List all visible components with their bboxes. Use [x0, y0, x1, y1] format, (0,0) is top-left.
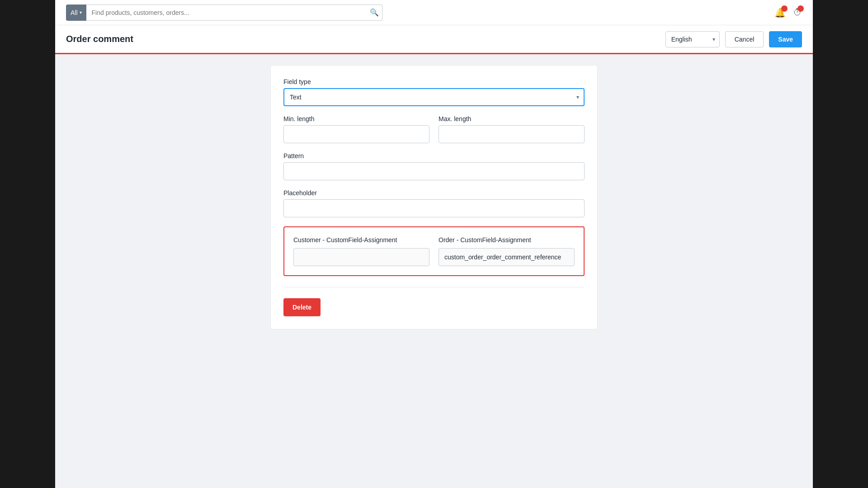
- save-button[interactable]: Save: [769, 31, 802, 47]
- field-type-group: Field type Text Number Boolean Date ▾: [283, 78, 585, 106]
- max-length-label: Max. length: [439, 115, 585, 122]
- max-length-input[interactable]: [439, 125, 585, 143]
- max-length-group: Max. length: [439, 115, 585, 143]
- delete-button[interactable]: Delete: [283, 298, 321, 316]
- search-filter-button[interactable]: All ▾: [66, 5, 86, 21]
- min-length-label: Min. length: [283, 115, 429, 122]
- customer-assignment-input[interactable]: [293, 248, 429, 266]
- language-select[interactable]: English: [665, 31, 720, 47]
- notifications-button[interactable]: 🔔: [774, 7, 786, 18]
- divider: [283, 287, 585, 287]
- filter-label: All: [71, 9, 78, 16]
- pattern-group: Pattern: [283, 152, 585, 180]
- assignment-grid: Customer - CustomField-Assignment Order …: [293, 236, 575, 266]
- pattern-label: Pattern: [283, 152, 585, 160]
- order-assignment-col: Order - CustomField-Assignment: [439, 236, 575, 266]
- page-header: Order comment English ▾ Cancel Save: [55, 25, 813, 54]
- page-title: Order comment: [66, 34, 133, 44]
- cancel-button[interactable]: Cancel: [725, 31, 764, 47]
- placeholder-label: Placeholder: [283, 189, 585, 197]
- placeholder-input[interactable]: [283, 199, 585, 217]
- top-bar-actions: 🔔 ⏱: [774, 7, 802, 18]
- min-length-group: Min. length: [283, 115, 429, 143]
- placeholder-group: Placeholder: [283, 189, 585, 217]
- search-area: All ▾ 🔍: [66, 5, 382, 21]
- language-select-wrapper: English ▾: [665, 31, 720, 47]
- search-input-wrapper: 🔍: [86, 5, 382, 21]
- order-assignment-input[interactable]: [439, 248, 575, 266]
- header-actions: English ▾ Cancel Save: [665, 31, 802, 47]
- field-type-select-wrapper: Text Number Boolean Date ▾: [283, 88, 585, 106]
- customer-assignment-col: Customer - CustomField-Assignment: [293, 236, 429, 266]
- filter-chevron-icon: ▾: [80, 10, 82, 15]
- search-icon: 🔍: [370, 9, 379, 16]
- customer-assignment-label: Customer - CustomField-Assignment: [293, 236, 429, 244]
- search-input[interactable]: [86, 5, 382, 21]
- top-bar: All ▾ 🔍 🔔 ⏱: [55, 0, 813, 25]
- field-type-label: Field type: [283, 78, 585, 85]
- min-length-input[interactable]: [283, 125, 429, 143]
- main-content: Field type Text Number Boolean Date ▾ Mi…: [55, 54, 813, 488]
- settings-badge: [797, 5, 804, 12]
- field-type-select[interactable]: Text Number Boolean Date: [283, 88, 585, 106]
- search-icon-button[interactable]: 🔍: [370, 8, 379, 17]
- settings-button[interactable]: ⏱: [793, 7, 802, 18]
- notification-badge: [781, 5, 788, 12]
- order-assignment-label: Order - CustomField-Assignment: [439, 236, 575, 244]
- form-card: Field type Text Number Boolean Date ▾ Mi…: [270, 65, 598, 329]
- length-group: Min. length Max. length: [283, 115, 585, 143]
- assignment-section: Customer - CustomField-Assignment Order …: [283, 226, 585, 276]
- pattern-input[interactable]: [283, 162, 585, 180]
